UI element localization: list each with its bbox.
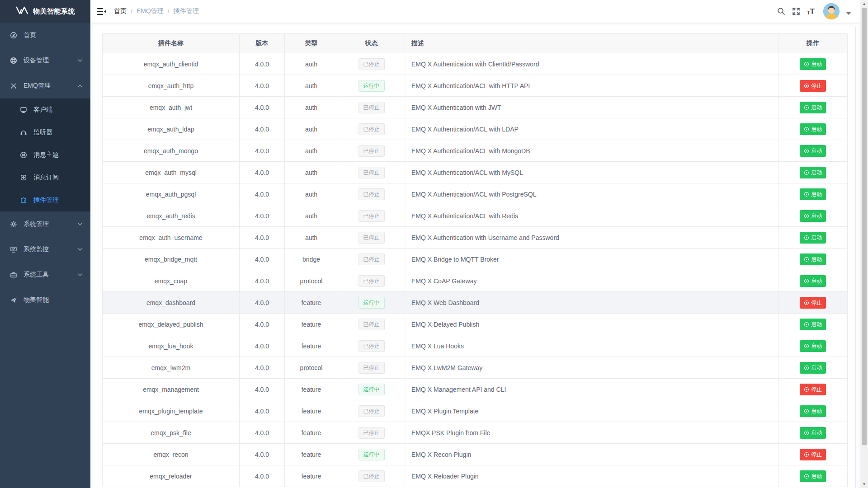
table-row: emqx_auth_http4.0.0auth运行中EMQ X Authenti… <box>103 75 848 97</box>
start-button[interactable]: 启动 <box>800 232 826 244</box>
action-cell: 启动 <box>778 465 848 487</box>
breadcrumb-item[interactable]: 首页 <box>114 7 127 15</box>
chevron-down-icon <box>78 248 82 251</box>
type-cell: auth <box>285 205 338 227</box>
sidebar-item[interactable]: 消息主题 <box>0 144 90 166</box>
plugin-name-cell: emqx_psk_file <box>103 422 240 444</box>
sidebar-item[interactable]: 系统工具 <box>0 262 90 287</box>
start-button[interactable]: 启动 <box>800 145 826 157</box>
start-button[interactable]: 启动 <box>800 362 826 374</box>
plugin-name-cell: emqx_plugin_template <box>103 400 240 422</box>
chevron-down-icon <box>78 59 82 62</box>
action-cell: 停止 <box>778 292 848 314</box>
table-row: emqx_management4.0.0feature运行中EMQ X Mana… <box>103 379 848 400</box>
version-cell: 4.0.0 <box>240 118 285 140</box>
column-header: 版本 <box>240 34 285 53</box>
sidebar-item[interactable]: 系统监控 <box>0 237 90 262</box>
sidebar-item[interactable]: 插件管理 <box>0 189 90 211</box>
action-cell: 启动 <box>778 422 848 444</box>
status-badge: 运行中 <box>359 384 385 395</box>
start-button[interactable]: 启动 <box>800 210 826 222</box>
sidebar-item[interactable]: 首页 <box>0 23 90 48</box>
stop-button[interactable]: 停止 <box>800 297 826 309</box>
caret-down-icon[interactable] <box>846 12 851 15</box>
sidebar-item[interactable]: 监听器 <box>0 121 90 144</box>
start-button[interactable]: 启动 <box>800 427 826 439</box>
description-cell: EMQX PSK Plugin from File <box>405 422 778 444</box>
status-badge: 已停止 <box>359 253 385 265</box>
hamburger-icon[interactable] <box>97 8 106 15</box>
breadcrumb-separator: / <box>168 8 170 15</box>
start-button[interactable]: 启动 <box>800 102 826 113</box>
table-row: emqx_auth_mysql4.0.0auth已停止EMQ X Authent… <box>103 162 848 183</box>
status-cell: 已停止 <box>338 205 405 227</box>
search-icon[interactable] <box>777 7 785 15</box>
sidebar-item-label: 插件管理 <box>33 196 59 204</box>
sidebar-item[interactable]: 消息订阅 <box>0 166 90 189</box>
version-cell: 4.0.0 <box>240 75 285 97</box>
table-row: emqx_delayed_publish4.0.0feature已停止EMQ X… <box>103 314 848 335</box>
chevron-down-icon <box>78 273 82 276</box>
start-button[interactable]: 启动 <box>800 275 826 287</box>
version-cell: 4.0.0 <box>240 314 285 335</box>
sidebar-item[interactable]: 物美智能 <box>0 287 90 313</box>
gear-icon <box>10 221 17 228</box>
start-button[interactable]: 启动 <box>800 167 826 178</box>
start-button[interactable]: 启动 <box>800 470 826 482</box>
plugin-name-cell: emqx_auth_redis <box>103 205 240 227</box>
start-button[interactable]: 启动 <box>800 58 826 70</box>
start-button[interactable]: 启动 <box>800 319 826 330</box>
action-cell: 启动 <box>778 335 848 357</box>
scrollbar-thumb[interactable] <box>862 8 867 445</box>
plugin-name-cell: emqx_auth_clientid <box>103 53 240 75</box>
action-cell: 启动 <box>778 357 848 379</box>
action-button-label: 停止 <box>811 300 822 305</box>
description-cell: EMQ X Web Dashboard <box>405 292 778 314</box>
sidebar-item[interactable]: 系统管理 <box>0 211 90 237</box>
table-row: emqx_dashboard4.0.0feature运行中EMQ X Web D… <box>103 292 848 314</box>
logo[interactable]: 物美智能系统 <box>0 0 90 23</box>
action-cell: 停止 <box>778 75 848 97</box>
type-cell: auth <box>285 53 338 75</box>
subscribe-plus-icon <box>20 174 27 181</box>
sidebar-item[interactable]: EMQ管理 <box>0 73 90 99</box>
start-button[interactable]: 启动 <box>800 253 826 265</box>
status-badge: 已停止 <box>359 427 385 439</box>
start-button[interactable]: 启动 <box>800 340 826 352</box>
vertical-scrollbar[interactable]: ▲ ▼ <box>860 0 868 488</box>
plugin-name-cell: emqx_auth_mongo <box>103 140 240 162</box>
version-cell: 4.0.0 <box>240 162 285 183</box>
stop-button[interactable]: 停止 <box>800 80 826 92</box>
type-cell: bridge <box>285 249 338 270</box>
status-cell: 运行中 <box>338 75 405 97</box>
plugin-name-cell: emqx_management <box>103 379 240 400</box>
scrollbar-up-arrow[interactable]: ▲ <box>860 0 868 8</box>
table-row: emqx_coap4.0.0protocol已停止EMQ X CoAP Gate… <box>103 270 848 292</box>
breadcrumb: 首页/EMQ管理/插件管理 <box>114 7 199 15</box>
topic-hash-icon <box>20 151 27 159</box>
version-cell: 4.0.0 <box>240 292 285 314</box>
emq-icon <box>10 82 17 89</box>
play-circle-icon <box>804 235 809 240</box>
action-button-label: 启动 <box>811 322 822 327</box>
avatar[interactable] <box>823 3 840 19</box>
table-row: emqx_recon4.0.0feature运行中EMQ X Recon Plu… <box>103 444 848 465</box>
start-button[interactable]: 启动 <box>800 188 826 200</box>
description-cell: EMQ X Delayed Publish <box>405 314 778 335</box>
table-row: emqx_plugin_template4.0.0feature已停止EMQ X… <box>103 400 848 422</box>
start-button[interactable]: 启动 <box>800 123 826 135</box>
sidebar-item[interactable]: 设备管理 <box>0 48 90 73</box>
page-content: 插件名称版本类型状态描述操作 emqx_auth_clientid4.0.0au… <box>90 23 868 488</box>
column-header: 状态 <box>338 34 405 53</box>
stop-button[interactable]: 停止 <box>800 384 826 395</box>
status-cell: 已停止 <box>338 422 405 444</box>
action-cell: 停止 <box>778 379 848 400</box>
scrollbar-down-arrow[interactable]: ▼ <box>860 480 868 488</box>
start-button[interactable]: 启动 <box>800 405 826 417</box>
stop-button[interactable]: 停止 <box>800 449 826 460</box>
font-size-icon[interactable]: TT <box>807 8 815 15</box>
fullscreen-icon[interactable] <box>792 7 800 15</box>
sidebar-item[interactable]: 客户端 <box>0 99 90 121</box>
table-row: emqx_auth_mongo4.0.0auth已停止EMQ X Authent… <box>103 140 848 162</box>
paper-plane-icon <box>10 296 17 304</box>
